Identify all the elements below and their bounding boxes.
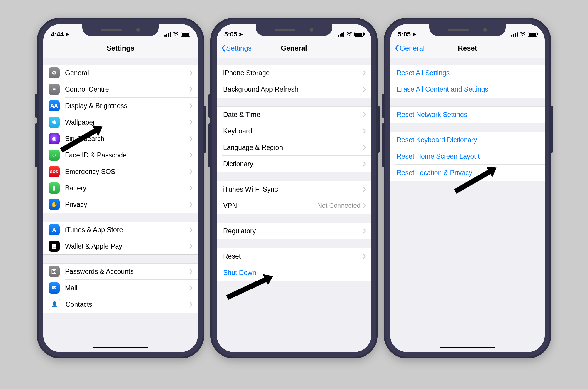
face-icon: ☺ [49, 150, 60, 161]
settings-row-date-time[interactable]: Date & Time [217, 106, 371, 123]
row-label: Dictionary [223, 160, 363, 168]
settings-group: AiTunes & App Store▤Wallet & Apple Pay [43, 222, 198, 254]
page-title: General [281, 44, 307, 52]
row-label: Reset All Settings [397, 69, 539, 77]
row-label: Regulatory [223, 227, 363, 235]
settings-row-reset-location-privacy[interactable]: Reset Location & Privacy [390, 165, 545, 181]
chevron-right-icon [363, 112, 366, 117]
navigation-bar: Settings [43, 39, 198, 58]
settings-row-reset-home-screen-layout[interactable]: Reset Home Screen Layout [390, 148, 545, 165]
settings-group: ResetShut Down [217, 248, 371, 281]
status-indicators [511, 31, 537, 38]
phone-screen: 5:05➤GeneralResetReset All SettingsErase… [390, 24, 545, 352]
settings-row-regulatory[interactable]: Regulatory [217, 223, 371, 239]
settings-row-passwords-accounts[interactable]: ⚿Passwords & Accounts [43, 263, 198, 280]
chevron-right-icon [189, 285, 193, 291]
row-label: Shut Down [223, 269, 366, 277]
phone-screen: 4:44➤Settings⚙General≡Control CentreAADi… [43, 24, 198, 352]
phone-mockup-0: 4:44➤Settings⚙General≡Control CentreAADi… [37, 18, 204, 358]
status-time: 5:05 [224, 31, 237, 38]
row-label: Background App Refresh [223, 85, 363, 93]
row-label: Reset [223, 252, 363, 260]
settings-row-privacy[interactable]: ✋Privacy [43, 196, 198, 213]
notch [429, 24, 506, 36]
battery-icon [528, 32, 537, 37]
mail-icon: ✉ [49, 282, 60, 294]
scroll-content[interactable]: iPhone StorageBackground App RefreshDate… [217, 58, 371, 352]
settings-group: iTunes Wi-Fi SyncVPNNot Connected [217, 181, 371, 214]
scroll-content[interactable]: Reset All SettingsErase All Content and … [390, 58, 545, 352]
row-label: Siri & Search [65, 135, 189, 143]
settings-group: iPhone StorageBackground App Refresh [217, 65, 371, 98]
chevron-right-icon [189, 185, 193, 191]
wifi-icon [346, 31, 353, 38]
settings-row-reset-network-settings[interactable]: Reset Network Settings [390, 106, 545, 123]
row-label: Erase All Content and Settings [397, 85, 539, 93]
back-label: General [400, 44, 425, 52]
settings-row-dictionary[interactable]: Dictionary [217, 156, 371, 172]
chevron-right-icon [363, 254, 366, 259]
settings-row-wallet-apple-pay[interactable]: ▤Wallet & Apple Pay [43, 238, 198, 254]
status-indicators [164, 31, 190, 38]
chevron-right-icon [363, 128, 366, 134]
chevron-right-icon [363, 87, 366, 92]
scroll-content[interactable]: ⚙General≡Control CentreAADisplay & Brigh… [43, 58, 198, 352]
settings-row-iphone-storage[interactable]: iPhone Storage [217, 65, 371, 81]
row-label: Mail [65, 284, 189, 292]
row-label: iPhone Storage [223, 69, 363, 77]
settings-row-mail[interactable]: ✉Mail [43, 280, 198, 296]
status-indicators [338, 31, 364, 38]
navigation-bar: SettingsGeneral [217, 39, 371, 58]
appstore-icon: A [49, 224, 60, 235]
row-label: Reset Home Screen Layout [397, 152, 539, 160]
settings-group: Reset All SettingsErase All Content and … [390, 65, 545, 98]
settings-row-siri-search[interactable]: ◉Siri & Search [43, 130, 198, 147]
settings-row-itunes-app-store[interactable]: AiTunes & App Store [43, 222, 198, 238]
home-indicator[interactable] [93, 347, 148, 348]
battery-icon [181, 32, 190, 37]
settings-row-keyboard[interactable]: Keyboard [217, 123, 371, 139]
notch [82, 24, 159, 36]
row-value: Not Connected [317, 202, 360, 209]
chevron-right-icon [363, 228, 366, 234]
settings-row-background-app-refresh[interactable]: Background App Refresh [217, 81, 371, 98]
settings-row-reset-keyboard-dictionary[interactable]: Reset Keyboard Dictionary [390, 132, 545, 148]
row-label: Passwords & Accounts [65, 268, 189, 276]
settings-row-reset[interactable]: Reset [217, 248, 371, 264]
settings-row-vpn[interactable]: VPNNot Connected [217, 197, 371, 214]
row-label: Control Centre [65, 85, 189, 93]
chevron-right-icon [189, 202, 193, 207]
settings-row-battery[interactable]: ▮Battery [43, 180, 198, 196]
settings-row-erase-all-content-and-settings[interactable]: Erase All Content and Settings [390, 81, 545, 98]
settings-row-language-region[interactable]: Language & Region [217, 139, 371, 156]
settings-row-control-centre[interactable]: ≡Control Centre [43, 81, 198, 98]
settings-row-reset-all-settings[interactable]: Reset All Settings [390, 65, 545, 81]
row-label: Language & Region [223, 144, 363, 152]
row-label: iTunes & App Store [65, 226, 189, 234]
settings-group: Reset Keyboard DictionaryReset Home Scre… [390, 132, 545, 181]
cellular-signal-icon [511, 32, 518, 37]
row-label: Reset Keyboard Dictionary [397, 136, 539, 144]
settings-row-itunes-wi-fi-sync[interactable]: iTunes Wi-Fi Sync [217, 181, 371, 197]
back-button[interactable]: Settings [221, 44, 252, 52]
notch [256, 24, 332, 36]
wifi-icon [173, 31, 179, 38]
settings-row-shut-down[interactable]: Shut Down [217, 264, 371, 281]
settings-row-display-brightness[interactable]: AADisplay & Brightness [43, 98, 198, 114]
page-title: Settings [107, 44, 135, 52]
chevron-right-icon [189, 169, 193, 174]
settings-row-emergency-sos[interactable]: SOSEmergency SOS [43, 163, 198, 180]
settings-row-contacts[interactable]: 👤Contacts [43, 296, 198, 313]
settings-row-wallpaper[interactable]: ❀Wallpaper [43, 114, 198, 130]
settings-row-face-id-passcode[interactable]: ☺Face ID & Passcode [43, 147, 198, 163]
row-label: Wallet & Apple Pay [65, 242, 189, 250]
location-icon: ➤ [412, 31, 416, 38]
toggles-icon: ≡ [49, 84, 60, 95]
home-indicator[interactable] [440, 347, 495, 348]
chevron-right-icon [189, 269, 193, 274]
chevron-right-icon [189, 302, 193, 307]
status-time: 5:05 [398, 31, 411, 38]
chevron-right-icon [363, 187, 366, 192]
back-button[interactable]: General [394, 44, 425, 52]
settings-row-general[interactable]: ⚙General [43, 65, 198, 81]
